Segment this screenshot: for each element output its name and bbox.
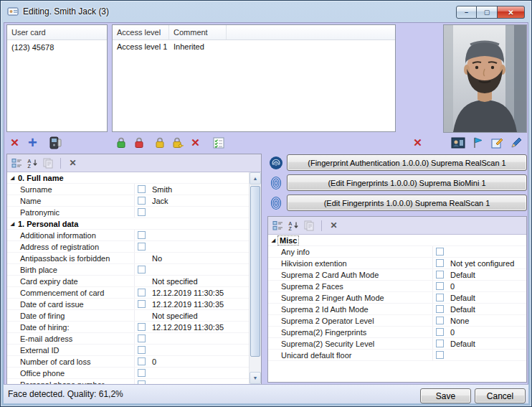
- property-row-email-address[interactable]: E-mail address: [7, 333, 249, 345]
- clear-value-button[interactable]: ✕: [66, 156, 80, 170]
- user-card-list[interactable]: User card (123) 45678: [6, 24, 108, 132]
- property-value[interactable]: 12.12.2019 11:30:35: [152, 323, 224, 332]
- property-value[interactable]: 0: [152, 357, 156, 366]
- property-row-antipassback[interactable]: Antipassback is forbidden No: [7, 253, 249, 264]
- titlebar[interactable]: Editing. Smith Jack (3) – ▢ ✕: [1, 1, 531, 22]
- expander-icon[interactable]: ◢: [7, 221, 16, 227]
- property-row-suprema2-security-level[interactable]: Suprema(2) Security Level Default: [268, 338, 526, 350]
- property-value[interactable]: 12.12.2019 11:30:35: [152, 300, 224, 309]
- value-checkbox[interactable]: [138, 289, 146, 296]
- property-value[interactable]: Smith: [152, 185, 172, 194]
- property-value[interactable]: Not specified: [152, 277, 198, 286]
- value-checkbox[interactable]: [436, 282, 444, 290]
- cancel-button[interactable]: Cancel: [475, 388, 526, 403]
- value-checkbox[interactable]: [138, 197, 146, 205]
- property-row-office-phone[interactable]: Office phone: [7, 368, 249, 379]
- property-row-name[interactable]: Name Jack: [7, 195, 249, 207]
- value-checkbox[interactable]: [436, 271, 444, 279]
- property-row-any-info[interactable]: Any info: [268, 246, 526, 258]
- access-schedule-button[interactable]: [210, 134, 227, 151]
- property-row-surname[interactable]: Surname Smith: [7, 184, 249, 195]
- delete-photo-button[interactable]: ✕: [409, 134, 426, 151]
- property-value[interactable]: No: [152, 254, 162, 263]
- value-checkbox[interactable]: [138, 357, 146, 365]
- user-card-column-header[interactable]: User card: [7, 25, 107, 40]
- value-checkbox[interactable]: [436, 259, 444, 267]
- delete-card-button[interactable]: ✕: [6, 134, 23, 151]
- property-row-card-expiry-date[interactable]: Card expiry date Not specified: [7, 276, 249, 287]
- minimize-button[interactable]: –: [456, 6, 477, 19]
- value-checkbox[interactable]: [138, 300, 146, 308]
- value-checkbox[interactable]: [138, 208, 146, 216]
- edit-fingerprints-biomini-button[interactable]: (Edit Fingerprints 1.0.0.0) Suprema BioM…: [287, 174, 527, 191]
- property-value[interactable]: 0: [450, 328, 455, 337]
- deny-access-button[interactable]: [130, 134, 147, 151]
- property-value[interactable]: Default: [450, 305, 475, 314]
- capture-photo-button[interactable]: [469, 134, 485, 151]
- alphabetical-sort-button[interactable]: A Z: [287, 219, 300, 233]
- value-checkbox[interactable]: [436, 317, 444, 324]
- value-checkbox[interactable]: [138, 346, 146, 354]
- property-value[interactable]: 12.12.2019 11:30:35: [152, 289, 224, 297]
- value-checkbox[interactable]: [138, 266, 146, 273]
- property-row-date-of-card-issue[interactable]: Date of card issue 12.12.2019 11:30:35: [7, 299, 249, 310]
- property-row-suprema2-faces[interactable]: Suprema 2 Faces 0: [268, 281, 526, 292]
- value-checkbox[interactable]: [138, 369, 146, 377]
- grant-access-button[interactable]: [113, 134, 129, 151]
- fingerprint-authentication-button[interactable]: (Fingerprint Authentication 1.0.0.0) Sup…: [287, 154, 527, 171]
- value-checkbox[interactable]: [436, 294, 444, 301]
- property-value[interactable]: Jack: [152, 197, 168, 205]
- read-card-from-reader-button[interactable]: [47, 134, 63, 151]
- category-row-full-name[interactable]: ◢ 0. Full name: [7, 172, 249, 184]
- maximize-button[interactable]: ▢: [477, 6, 498, 19]
- access-level-cell[interactable]: Access level 1: [113, 40, 169, 55]
- property-value[interactable]: Default: [450, 271, 475, 279]
- property-value[interactable]: None: [450, 317, 469, 325]
- categorized-view-button[interactable]: [271, 219, 285, 233]
- property-row-additional-information[interactable]: Additional information: [7, 230, 249, 241]
- access-with-key-button[interactable]: [169, 134, 186, 151]
- scan-photo-button[interactable]: [508, 134, 524, 151]
- scroll-down-arrow[interactable]: ▼: [250, 372, 261, 384]
- value-checkbox[interactable]: [436, 340, 444, 347]
- comment-cell[interactable]: Inherited: [169, 40, 227, 55]
- comment-column-header[interactable]: Comment: [169, 25, 227, 39]
- property-row-address-of-registration[interactable]: Address of registration: [7, 241, 249, 253]
- property-row-commencement-of-card[interactable]: Commencement of card 12.12.2019 11:30:35: [7, 287, 249, 299]
- property-row-unicard-default-floor[interactable]: Unicard default floor: [268, 350, 526, 361]
- scroll-up-arrow[interactable]: ▲: [250, 172, 261, 184]
- property-row-patronymic[interactable]: Patronymic: [7, 207, 249, 218]
- clear-value-button[interactable]: ✕: [327, 219, 341, 233]
- save-button[interactable]: Save: [420, 388, 471, 403]
- remove-access-level-button[interactable]: ✕: [187, 134, 204, 151]
- access-level-table[interactable]: Access level Comment Access level 1 Inhe…: [112, 24, 396, 132]
- edit-fingerprints-realscan-button[interactable]: (Edit Fingerprints 1.0.0.0) Suprema Real…: [287, 195, 527, 211]
- property-value[interactable]: Default: [450, 340, 475, 348]
- property-row-number-of-card-loss[interactable]: Number of card loss 0: [7, 356, 249, 368]
- property-value[interactable]: Not specified: [152, 312, 198, 320]
- property-value[interactable]: 0: [450, 282, 455, 291]
- value-checkbox[interactable]: [436, 305, 444, 313]
- value-checkbox[interactable]: [138, 231, 146, 239]
- categorized-view-button[interactable]: [10, 156, 24, 170]
- category-row-personal-data[interactable]: ◢ 1. Personal data: [7, 218, 249, 230]
- person-grid-scrollbar[interactable]: ▲ ▼: [249, 172, 261, 384]
- value-checkbox[interactable]: [138, 335, 146, 342]
- property-row-suprema2-fingerprints[interactable]: Suprema(2) Fingerprints 0: [268, 327, 526, 338]
- category-row-misc[interactable]: ◢ Misc: [268, 235, 526, 246]
- property-row-personal-phone[interactable]: Personal phone number: [7, 379, 249, 384]
- property-row-suprema2-id-auth-mode[interactable]: Suprema 2 Id Auth Mode Default: [268, 304, 526, 315]
- value-checkbox[interactable]: [436, 351, 444, 359]
- property-row-date-of-firing[interactable]: Date of firing Not specified: [7, 310, 249, 322]
- property-row-suprema2-finger-auth-mode[interactable]: Suprema 2 Finger Auth Mode Default: [268, 292, 526, 304]
- edit-photo-button[interactable]: [488, 134, 505, 151]
- property-row-suprema2-operator-level[interactable]: Suprema 2 Operator Level None: [268, 315, 526, 327]
- value-checkbox[interactable]: [436, 248, 444, 256]
- temporary-access-button[interactable]: [151, 134, 168, 151]
- scrollbar-thumb[interactable]: [250, 186, 260, 357]
- property-row-hikvision-extention[interactable]: Hikvision extention Not yet configured: [268, 258, 526, 269]
- close-button[interactable]: ✕: [498, 6, 525, 19]
- expander-icon[interactable]: ◢: [7, 175, 16, 181]
- add-card-button[interactable]: +: [24, 134, 41, 151]
- access-level-row[interactable]: Access level 1 Inherited: [113, 40, 395, 55]
